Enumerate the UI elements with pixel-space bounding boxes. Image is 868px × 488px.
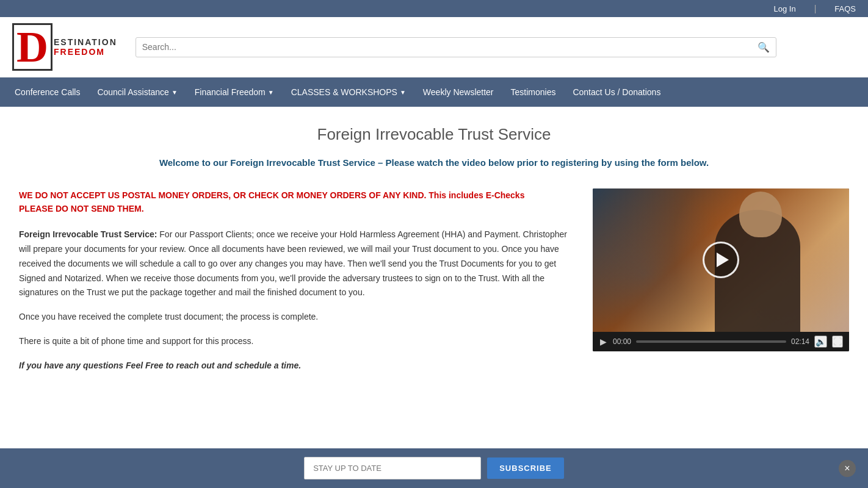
logo-text: ESTINATION FREEDOM <box>54 37 117 57</box>
content-area: WE DO NOT ACCEPT US POSTAL MONEY ORDERS,… <box>19 188 849 383</box>
header: D ESTINATION FREEDOM 🔍 <box>0 17 868 77</box>
nav-item-council-assistance[interactable]: Council Assistance ▼ <box>89 77 186 107</box>
nav-item-classes-workshops[interactable]: CLASSES & WORKSHOPS ▼ <box>283 77 414 107</box>
person-head <box>739 192 782 237</box>
progress-bar[interactable] <box>636 340 786 343</box>
top-bar: Log In | FAQS <box>0 0 868 17</box>
warning-line2: PLEASE DO NOT SEND THEM. <box>19 204 144 214</box>
chevron-down-icon: ▼ <box>268 89 274 96</box>
nav-item-financial-freedom[interactable]: Financial Freedom ▼ <box>186 77 283 107</box>
play-button[interactable] <box>703 242 739 278</box>
login-link[interactable]: Log In <box>774 4 796 13</box>
fullscreen-button[interactable]: ⛶ <box>832 336 843 348</box>
chevron-down-icon: ▼ <box>172 89 178 96</box>
body-paragraph-4: If you have any questions Feel Free to r… <box>19 359 574 373</box>
video-player: ▶ 00:00 02:14 🔈 ⛶ <box>593 188 849 351</box>
warning-text: WE DO NOT ACCEPT US POSTAL MONEY ORDERS,… <box>19 188 574 216</box>
main-content: Foreign Irrevocable Trust Service Welcom… <box>7 107 861 401</box>
mute-button[interactable]: 🔈 <box>814 336 827 348</box>
play-pause-button[interactable]: ▶ <box>599 336 608 348</box>
duration-display: 02:14 <box>791 337 809 346</box>
welcome-text: Welcome to our Foreign Irrevocable Trust… <box>19 156 849 170</box>
search-input[interactable] <box>142 42 758 52</box>
logo[interactable]: D ESTINATION FREEDOM <box>12 23 117 71</box>
search-icon[interactable]: 🔍 <box>758 41 770 53</box>
body-bold: Foreign Irrevocable Trust Service: <box>19 229 157 239</box>
body-text-main: For our Passport Clients; once we receiv… <box>19 229 567 297</box>
body-paragraph-1: Foreign Irrevocable Trust Service: For o… <box>19 228 574 300</box>
current-time: 00:00 <box>613 337 631 346</box>
logo-line2: FREEDOM <box>54 47 117 57</box>
logo-line1: ESTINATION <box>54 37 117 47</box>
chevron-down-icon: ▼ <box>400 89 406 96</box>
body-paragraph-3: There is quite a bit of phone time and s… <box>19 334 574 349</box>
nav-item-weekly-newsletter[interactable]: Weekly Newsletter <box>414 77 502 107</box>
faqs-link[interactable]: FAQS <box>834 4 856 13</box>
page-title: Foreign Irrevocable Trust Service <box>19 125 849 144</box>
divider: | <box>814 4 817 13</box>
text-content: WE DO NOT ACCEPT US POSTAL MONEY ORDERS,… <box>19 188 574 383</box>
warning-line1: WE DO NOT ACCEPT US POSTAL MONEY ORDERS,… <box>19 190 524 200</box>
search-container: 🔍 <box>136 37 776 57</box>
video-controls: ▶ 00:00 02:14 🔈 ⛶ <box>593 332 849 351</box>
nav-item-conference-calls[interactable]: Conference Calls <box>6 77 89 107</box>
nav-item-contact-donations[interactable]: Contact Us / Donations <box>564 77 669 107</box>
video-thumbnail[interactable] <box>593 188 849 332</box>
nav-item-testimonies[interactable]: Testimonies <box>502 77 565 107</box>
logo-letter: D <box>12 23 52 71</box>
main-nav: Conference Calls Council Assistance ▼ Fi… <box>0 77 868 107</box>
body-paragraph-2: Once you have received the complete trus… <box>19 310 574 325</box>
